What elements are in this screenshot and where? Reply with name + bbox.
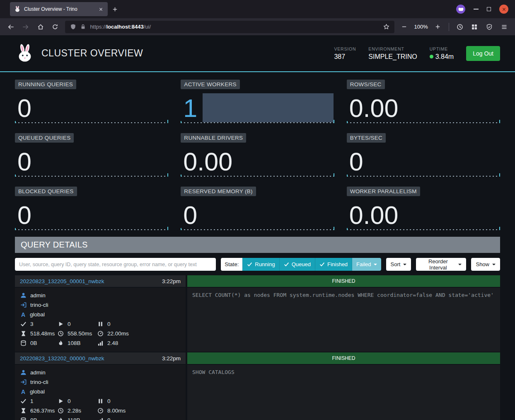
query-id-link[interactable]: 20220823_132205_00001_nwbzk bbox=[20, 278, 104, 284]
query-body: admin trino-cli global 1 0 0 bbox=[15, 365, 500, 420]
stat-value: 0 bbox=[17, 96, 31, 121]
running-splits-play-icon bbox=[58, 398, 64, 404]
query-info-panel: admin trino-cli global 3 0 0 bbox=[15, 288, 186, 352]
sparkline-baseline bbox=[347, 229, 500, 230]
running-splits: 0 bbox=[58, 321, 97, 327]
stat-value: 0 bbox=[349, 149, 363, 175]
menu-hamburger-icon bbox=[501, 24, 508, 30]
sparkline-baseline bbox=[15, 122, 168, 123]
reload-button[interactable] bbox=[49, 21, 62, 33]
zoom-in-button[interactable] bbox=[431, 21, 445, 33]
check-icon bbox=[319, 262, 325, 267]
cumulative-flame-icon bbox=[58, 340, 64, 346]
browser-nav-bar: https://localhost:8443/ui/ 100% bbox=[0, 18, 515, 35]
cpu-time: 22.00ms bbox=[97, 330, 180, 337]
completed-splits-check-icon bbox=[20, 321, 27, 327]
parallelism-bars-icon bbox=[97, 340, 104, 346]
stats-grid: RUNNING QUERIES 0 ACTIVE WORKERS 1 ROWS/… bbox=[15, 78, 500, 231]
window-close-button[interactable] bbox=[499, 5, 508, 14]
query-source-row: trino-cli bbox=[15, 377, 186, 387]
state-running-toggle[interactable]: Running bbox=[242, 258, 279, 271]
query-text[interactable]: SELECT COUNT(*) as nodes FROM system.run… bbox=[187, 288, 500, 352]
state-failed-dropdown[interactable]: Failed bbox=[352, 258, 381, 271]
stat-value: 0.00 bbox=[349, 203, 399, 228]
query-resource-group-row: global bbox=[15, 310, 186, 319]
extension-grid-icon bbox=[471, 24, 478, 30]
query-resource-group-row: global bbox=[15, 387, 186, 396]
completed-splits-check-icon bbox=[20, 398, 27, 404]
page-title: CLUSTER OVERVIEW bbox=[41, 48, 143, 59]
browser-tab-bar: Cluster Overview - Trino bbox=[0, 0, 515, 18]
completed-splits: 3 bbox=[20, 321, 58, 327]
running-splits-play-icon bbox=[58, 321, 64, 327]
caret-down-icon bbox=[492, 264, 496, 265]
maximize-button[interactable] bbox=[487, 7, 491, 11]
minimize-button[interactable] bbox=[474, 9, 479, 10]
tab-close-icon[interactable] bbox=[98, 7, 104, 12]
state-finished-toggle[interactable]: Finished bbox=[315, 258, 352, 271]
show-dropdown[interactable]: Show bbox=[471, 258, 500, 271]
stat-value: 0 bbox=[17, 203, 31, 228]
home-button[interactable] bbox=[34, 21, 47, 33]
wall-time-hourglass-icon bbox=[20, 408, 27, 414]
bookmark-star-icon[interactable] bbox=[383, 24, 389, 30]
cumulative-memory: 108B bbox=[58, 340, 97, 346]
wall-time: 518.48ms bbox=[20, 330, 58, 337]
query-source: trino-cli bbox=[30, 302, 48, 308]
cumulative-flame-icon bbox=[58, 417, 64, 420]
forward-button[interactable] bbox=[19, 21, 32, 33]
mask-icon bbox=[458, 6, 464, 12]
lock-icon[interactable] bbox=[80, 24, 86, 30]
state-queued-toggle[interactable]: Queued bbox=[279, 258, 315, 271]
cluster-meta: VERSION 387 ENVIRONMENT SIMPLE_TRINO UPT… bbox=[334, 46, 500, 61]
stat-label: BLOCKED QUERIES bbox=[15, 187, 77, 196]
user-icon bbox=[20, 369, 27, 376]
user-icon bbox=[20, 292, 27, 299]
query-splits-row: 3 0 0 bbox=[15, 319, 186, 329]
stat-label: ROWS/SEC bbox=[347, 80, 385, 89]
home-icon bbox=[37, 24, 44, 30]
stat-tile-bytes-sec: BYTES/SEC 0 bbox=[347, 131, 500, 177]
menu-button[interactable] bbox=[498, 21, 511, 33]
stat-tile-rows-sec: ROWS/SEC 0.00 bbox=[347, 78, 500, 124]
version-value: 387 bbox=[334, 53, 356, 61]
query-status-bar: FINISHED bbox=[187, 275, 500, 287]
browser-tab[interactable]: Cluster Overview - Trino bbox=[10, 2, 108, 16]
back-button[interactable] bbox=[4, 21, 17, 33]
query-status-bar: FINISHED bbox=[187, 352, 500, 364]
reorder-interval-dropdown[interactable]: Reorder Interval bbox=[416, 258, 466, 271]
extension-button[interactable] bbox=[468, 21, 481, 33]
cpu-gauge-icon bbox=[97, 330, 104, 337]
environment-label: ENVIRONMENT bbox=[368, 46, 417, 51]
sort-dropdown[interactable]: Sort bbox=[386, 258, 411, 271]
zoom-level[interactable]: 100% bbox=[413, 24, 430, 30]
elapsed-time: 2.28s bbox=[58, 408, 97, 414]
header-divider bbox=[0, 71, 515, 72]
query-header: 20220823_132202_00000_nwbzk 3:22pm FINIS… bbox=[15, 352, 500, 364]
trino-logo bbox=[15, 44, 35, 63]
window-controls bbox=[456, 5, 511, 14]
query-user-row: admin bbox=[15, 291, 186, 300]
query-times-row: 518.48ms 558.50ms 22.00ms bbox=[15, 329, 186, 338]
resource-group-icon bbox=[20, 388, 26, 395]
tracking-shield-icon[interactable] bbox=[70, 24, 76, 30]
elapsed-clock-icon bbox=[58, 408, 64, 414]
query-filter-input[interactable] bbox=[15, 258, 216, 271]
query-header-left: 20220823_132202_00000_nwbzk 3:22pm bbox=[15, 352, 186, 364]
query-filter-toolbar: State: Running Queued Finished Failed So… bbox=[15, 258, 500, 271]
query-text[interactable]: SHOW CATALOGS bbox=[187, 365, 500, 420]
query-info-panel: admin trino-cli global 1 0 0 bbox=[15, 365, 186, 420]
stat-label: RUNNING QUERIES bbox=[15, 80, 76, 89]
container-avatar-icon[interactable] bbox=[456, 5, 465, 14]
zoom-out-button[interactable] bbox=[398, 21, 411, 33]
logout-button[interactable]: Log Out bbox=[466, 46, 500, 61]
queued-splits-pause-icon bbox=[97, 321, 104, 327]
close-x-icon bbox=[501, 7, 507, 12]
protections-button[interactable] bbox=[483, 21, 496, 33]
toolbar-separator bbox=[449, 23, 449, 31]
current-memory: 0B bbox=[20, 417, 58, 420]
history-button[interactable] bbox=[453, 21, 467, 33]
url-bar[interactable]: https://localhost:8443/ui/ bbox=[65, 21, 394, 33]
query-id-link[interactable]: 20220823_132202_00000_nwbzk bbox=[20, 355, 104, 362]
new-tab-button[interactable] bbox=[108, 3, 122, 15]
